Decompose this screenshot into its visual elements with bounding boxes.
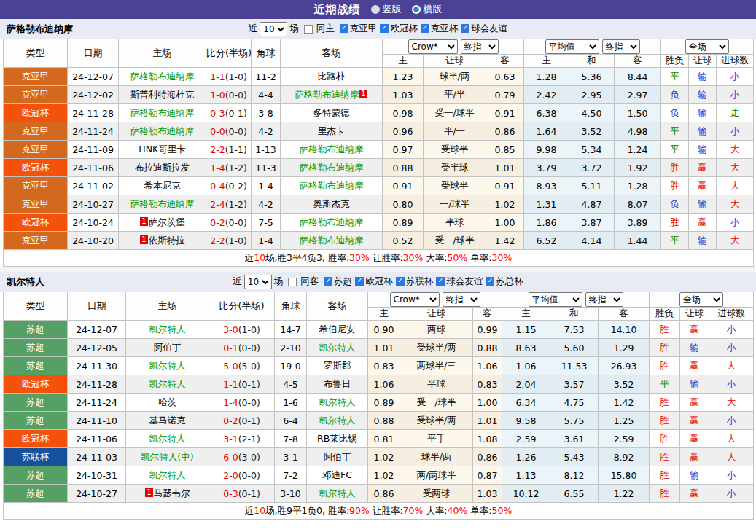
sub-header-handicap: 让球 [400, 308, 473, 321]
league-checkbox-checked-icon[interactable] [461, 24, 469, 33]
fulltime-select[interactable]: 全场 [685, 39, 729, 54]
corner-cell: 11-2 [252, 68, 281, 86]
average-select[interactable]: 平均值 [529, 292, 582, 307]
halftime-score: (0-0) [238, 343, 260, 353]
away-team-cell: 萨格勒布迪纳摩 [281, 232, 383, 250]
league-checkbox-checked-icon[interactable] [436, 277, 445, 286]
halftime-score: (1-2) [225, 163, 247, 173]
home-odds-cell: 0.86 [368, 485, 400, 503]
same-home-checkbox[interactable] [304, 25, 313, 34]
final-average-select[interactable]: 终指 [602, 39, 640, 54]
away-team-cell: 多特蒙德 [281, 104, 383, 122]
away-team-cell: 凯尔特人 [307, 412, 368, 430]
same-home-label: 同主 [316, 23, 335, 35]
handicap-line-cell: 平/半 [424, 86, 486, 104]
fulltime-score: 2-2 [210, 235, 225, 246]
league-checkbox-checked-icon[interactable] [324, 277, 332, 286]
near-label: 近 [233, 275, 242, 288]
handicap-line-cell: 受两球 [400, 485, 473, 503]
team-name-text: 奥斯杰克 [313, 198, 350, 209]
home-odds-cell: 0.89 [383, 214, 424, 232]
avg-away-odds-cell: 1.44 [615, 232, 661, 250]
bookmaker-select[interactable]: Crow* [408, 39, 458, 54]
team-name-text: 阿伯丁 [154, 342, 182, 353]
team-name-text: 萨尔茨堡 [149, 216, 185, 227]
goals-result-cell: 小 [717, 86, 754, 104]
section-divider [0, 267, 756, 272]
match-result-cell: 胜 [661, 214, 689, 232]
team-name-text: 凯尔特人 [319, 415, 356, 426]
summary-text: 近 [245, 252, 254, 263]
recent-games-select[interactable]: 10 [260, 22, 287, 36]
goals-result-cell: 大 [717, 232, 754, 250]
fulltime-select[interactable]: 全场 [679, 292, 723, 307]
away-odds-cell: 1.01 [473, 412, 502, 430]
team-name-text: 萨格勒布迪纳摩 [300, 216, 364, 227]
league-checkbox-checked-icon[interactable] [380, 24, 389, 33]
halftime-score: (1-0) [225, 235, 247, 246]
date-cell: 24-11-30 [68, 357, 126, 375]
league-checkbox-checked-icon[interactable] [355, 277, 364, 286]
league-type-cell: 克亚甲 [4, 195, 68, 214]
bookmaker-select[interactable]: Crow* [390, 292, 440, 307]
fulltime-score: 1-4 [210, 163, 225, 173]
handicap-result-cell: 赢 [680, 321, 709, 339]
final-odds-select[interactable]: 终指 [461, 39, 499, 54]
average-select[interactable]: 平均值 [545, 39, 599, 54]
score-cell: 1-1(1-0) [206, 68, 252, 86]
league-type-cell: 苏超 [4, 412, 68, 430]
avg-home-odds-cell: 3.79 [524, 159, 569, 177]
final-average-select[interactable]: 终指 [585, 292, 623, 307]
layout-horizontal-radio[interactable]: 横版 [412, 3, 443, 16]
score-cell: 1-1(0-1) [209, 375, 275, 394]
sub-header-handicap-result: 让球 [680, 308, 709, 321]
halftime-score: (5-0) [238, 361, 260, 372]
home-team-cell: 凯尔特人 [126, 375, 209, 394]
avg-away-odds-cell: 1.42 [599, 394, 650, 412]
league-type-cell: 苏超 [4, 357, 68, 375]
away-team-cell: 邓迪FC [307, 466, 368, 485]
handicap-result-cell: 赢 [680, 412, 709, 430]
home-odds-cell: 1.06 [368, 375, 400, 394]
halftime-score: (0-1) [225, 108, 247, 119]
league-checkbox-checked-icon[interactable] [421, 24, 429, 33]
score-cell: 1-4(1-2) [206, 159, 252, 177]
league-checkbox-checked-icon[interactable] [396, 277, 405, 286]
date-cell: 24-12-07 [68, 321, 126, 339]
away-team-cell: 布鲁日 [307, 375, 368, 394]
league-filter-label: 克亚甲 [350, 23, 378, 34]
team-name-text: 斯普利特海杜克 [130, 89, 195, 100]
layout-vertical-radio[interactable]: 竖版 [371, 3, 402, 16]
league-checkbox-checked-icon[interactable] [486, 277, 494, 286]
home-team-cell: HNK哥里卡 [119, 141, 206, 159]
recent-games-select[interactable]: 10 [244, 275, 272, 289]
fulltime-header: 全场 [650, 292, 754, 308]
team1-summary: 近10场,胜3平4负3, 胜率:30% 让胜率:30% 大率:50% 单率:30… [4, 250, 754, 267]
league-checkbox-checked-icon[interactable] [340, 24, 348, 33]
sub-header-avg-away: 客 [599, 308, 650, 321]
matches-table-1: 类型 日期 主场 比分(半场) 角球 客场 Crow* 终指 平均值 终指 全场 [3, 39, 754, 267]
corner-cell: 4-2 [252, 195, 281, 214]
league-type-cell: 欧冠杯 [4, 104, 68, 122]
handicap-result-cell: 输 [689, 232, 717, 250]
team-name-text: 希伯尼安 [319, 324, 356, 335]
handicap-line-cell: 球半/两 [400, 448, 473, 466]
handicap-line-cell: 受一/球半 [424, 104, 486, 122]
goals-result-cell: 大 [709, 448, 754, 466]
corner-cell: 7-5 [252, 214, 281, 232]
avg-draw-odds-cell: 5.11 [569, 177, 615, 195]
same-away-checkbox[interactable] [288, 278, 297, 286]
avg-away-odds-cell: 3.52 [599, 375, 650, 394]
avg-draw-odds-cell: 2.95 [569, 86, 615, 104]
halftime-score: (0-0) [238, 397, 260, 408]
halftime-score: (0-0) [225, 126, 247, 137]
summary-text: 让胜率: [370, 252, 403, 263]
final-odds-select[interactable]: 终指 [443, 292, 480, 307]
away-odds-cell: 0.85 [486, 141, 524, 159]
home-team-cell: 1萨尔茨堡 [119, 214, 206, 232]
home-odds-cell: 0.98 [383, 104, 424, 122]
avg-draw-odds-cell: 3.61 [550, 430, 599, 448]
match-row: 苏超24-11-24哈茨1-4(0-0)1-6凯尔特人0.89受一/球半1.00… [4, 394, 754, 412]
matches-table-2: 类型 日期 主场 比分(半场) 角球 客场 Crow* 终指 平均值 终指 全场 [3, 292, 754, 520]
match-row: 克亚甲24-12-07萨格勒布迪纳摩1-1(1-0)11-2比路朴1.23球半/… [4, 68, 754, 86]
